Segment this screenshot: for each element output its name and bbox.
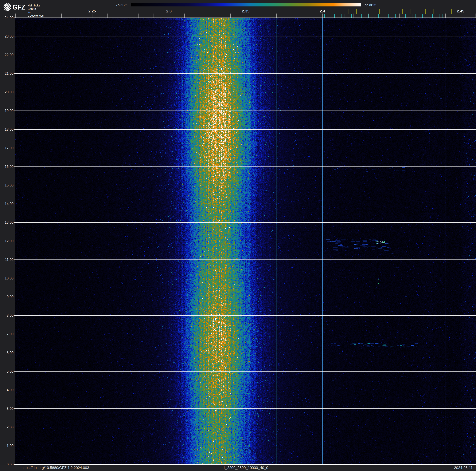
frequency-tick (123, 14, 123, 18)
frequency-tick (353, 14, 354, 18)
time-label: 24:00 (0, 16, 14, 20)
frequency-tick (215, 14, 215, 18)
frequency-label: 2.25 (88, 9, 96, 13)
hour-gridline (14, 315, 476, 316)
frequency-tick (31, 14, 31, 18)
time-label: 19:00 (0, 109, 14, 113)
frequency-tick (138, 14, 138, 18)
hour-gridline (14, 408, 476, 409)
hour-gridline (14, 446, 476, 446)
frequency-tick (153, 14, 154, 18)
hour-gridline (14, 222, 476, 223)
marker-tick-olive (341, 9, 341, 14)
marker-tick-olive (364, 9, 364, 14)
marker-tick-teal (365, 14, 365, 18)
marker-tick-teal (385, 14, 385, 18)
marker-tick-teal (355, 14, 355, 18)
dataset-filename: 1_2200_2500_10000_40_0 (223, 465, 268, 471)
marker-tick-teal (372, 14, 372, 18)
colorbar-legend: -75 dBm -55 dBm (0, 0, 476, 9)
marker-tick-teal (412, 14, 412, 18)
hour-gridline (14, 334, 476, 334)
marker-tick-teal (368, 14, 369, 18)
spectrogram-page: GFZ Helmholtz Centre for Geosciences -75… (0, 0, 476, 471)
time-label: 12:00 (0, 239, 14, 243)
frequency-tick (276, 14, 277, 18)
time-label: 8:00 (0, 313, 14, 317)
hour-gridline (14, 18, 476, 18)
hour-gridline (14, 371, 476, 372)
marker-tick-teal (351, 14, 352, 18)
frequency-label: 2.4 (320, 9, 325, 13)
frequency-tick (46, 14, 46, 18)
hour-gridline (14, 129, 476, 129)
marker-tick-teal (395, 14, 395, 18)
marker-tick-olive (372, 9, 372, 14)
hour-gridline (14, 73, 476, 74)
frequency-tick (461, 14, 461, 18)
marker-tick-olive (349, 9, 349, 14)
marker-tick-teal (382, 14, 382, 18)
time-label: 3:00 (0, 407, 14, 411)
frequency-tick (323, 14, 323, 18)
footer-bar: https://doi.org/10.5880/GFZ.1.2.2024.003… (0, 465, 476, 471)
hour-gridline (14, 55, 476, 55)
marker-tick-olive (418, 9, 418, 14)
marker-tick-teal (392, 14, 392, 18)
hour-gridline (14, 259, 476, 260)
marker-tick-teal (338, 14, 338, 18)
colorbar-min-label: -75 dBm (115, 3, 127, 6)
frequency-tick (169, 14, 169, 18)
time-label: 16:00 (0, 165, 14, 169)
time-label: 18:00 (0, 127, 14, 131)
marker-tick-olive (402, 9, 403, 14)
colorbar-gradient (131, 3, 361, 6)
time-label: 5:00 (0, 369, 14, 373)
hour-gridline (14, 278, 476, 278)
hour-gridline (14, 148, 476, 148)
frequency-tick (61, 14, 62, 18)
frequency-tick (307, 14, 307, 18)
marker-tick-teal (348, 14, 348, 18)
frequency-tick (77, 14, 77, 18)
hour-gridline (14, 36, 476, 36)
marker-tick-teal (429, 14, 429, 18)
marker-tick-teal (389, 14, 389, 18)
frequency-label: 2.49 (457, 9, 464, 13)
marker-tick-teal (331, 14, 331, 18)
time-label: 11:00 (0, 258, 14, 262)
frequency-label: 2.35 (242, 9, 250, 13)
frequency-tick (230, 14, 231, 18)
date-label: 2024-06-11 (454, 465, 473, 471)
header-bar: GFZ Helmholtz Centre for Geosciences -75… (0, 0, 476, 18)
marker-tick-olive (356, 9, 357, 14)
marker-tick-teal (399, 14, 399, 18)
hour-gridline (14, 241, 476, 241)
time-label: 2:00 (0, 425, 14, 429)
frequency-tick (399, 14, 400, 18)
time-label: 21:00 (0, 72, 14, 75)
hour-gridline (14, 390, 476, 390)
doi-link[interactable]: https://doi.org/10.5880/GFZ.1.2.2024.003 (21, 465, 89, 471)
frequency-tick (261, 14, 261, 18)
time-label: 14:00 (0, 202, 14, 206)
hour-gridline (14, 204, 476, 204)
time-label: 22:00 (0, 53, 14, 57)
brand-subtitle-line2: for Geosciences (28, 11, 44, 17)
marker-tick-teal (419, 14, 419, 18)
marker-tick-teal (334, 14, 335, 18)
frequency-tick (369, 14, 369, 18)
hour-gridline (14, 110, 476, 111)
frequency-tick (476, 14, 476, 18)
hour-gridline (14, 166, 476, 167)
hour-gridline (14, 185, 476, 185)
time-label: 15:00 (0, 183, 14, 187)
marker-tick-teal (442, 14, 443, 18)
hour-gridline (14, 427, 476, 427)
marker-tick-teal (341, 14, 341, 18)
marker-tick-olive (387, 9, 387, 14)
frequency-tick (92, 14, 92, 18)
marker-tick-teal (439, 14, 440, 18)
time-label: 1:00 (0, 444, 14, 448)
marker-tick-teal (375, 14, 375, 18)
